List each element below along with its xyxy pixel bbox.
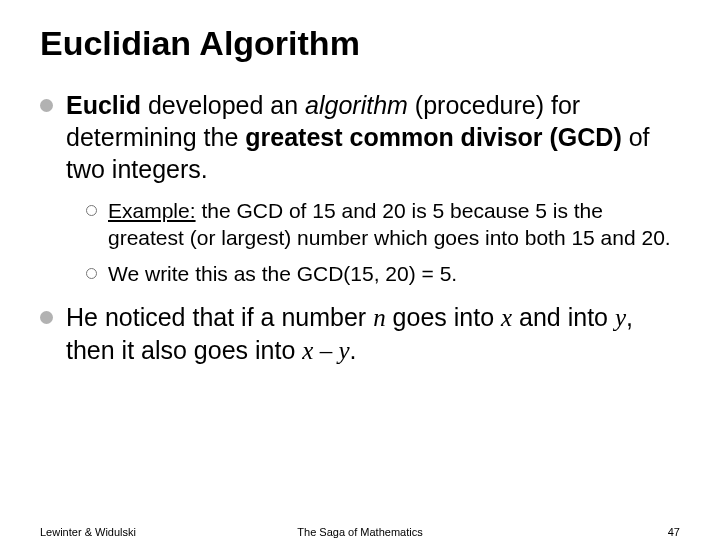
slide: Euclidian Algorithm Euclid developed an … [0, 0, 720, 540]
footer-right: 47 [668, 526, 680, 538]
list-item: Euclid developed an algorithm (procedure… [40, 89, 680, 287]
footer-center: The Saga of Mathematics [0, 526, 720, 538]
math-var: y [615, 304, 626, 331]
text: developed an [141, 91, 305, 119]
text: . [349, 336, 356, 364]
bullet-list-level2: Example: the GCD of 15 and 20 is 5 becau… [66, 197, 680, 287]
list-item: He noticed that if a number n goes into … [40, 301, 680, 367]
text: write this as the GCD(15, 20) = 5. [139, 262, 457, 285]
text: and into [512, 303, 615, 331]
text: We [108, 262, 139, 285]
slide-title: Euclidian Algorithm [40, 24, 680, 63]
math-var: x [501, 304, 512, 331]
italic-text: algorithm [305, 91, 408, 119]
text: He noticed that if a number [66, 303, 373, 331]
list-item: Example: the GCD of 15 and 20 is 5 becau… [86, 197, 680, 252]
list-item: We write this as the GCD(15, 20) = 5. [86, 260, 680, 287]
math-var: n [373, 304, 386, 331]
math-expr: x – y [302, 337, 349, 364]
underline-text: Example: [108, 199, 196, 222]
bold-text: Euclid [66, 91, 141, 119]
text: goes into [386, 303, 501, 331]
bold-text: greatest common divisor (GCD) [245, 123, 621, 151]
bullet-list-level1: Euclid developed an algorithm (procedure… [40, 89, 680, 367]
